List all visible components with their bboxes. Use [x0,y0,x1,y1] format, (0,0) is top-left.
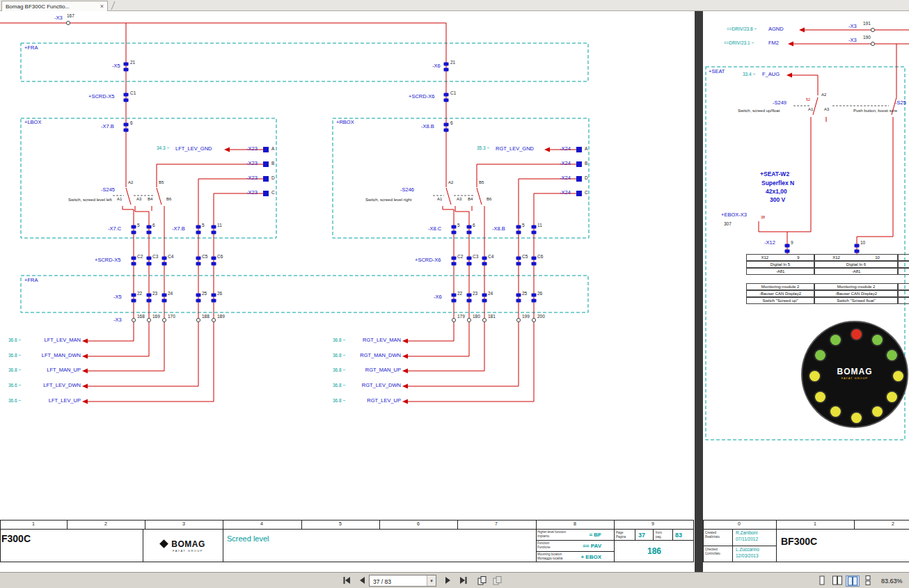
zoom-level[interactable]: 83.63% [881,578,903,585]
panel-button-yellow [815,392,825,402]
titleblock-field: FunctionFunzione == PAV [537,541,612,550]
panel-button-yellow [830,406,841,417]
model-code: BF300C [781,536,817,547]
panel-button-green [887,350,897,360]
checked-label: CheckedControllato [705,548,720,555]
single-page-view-icon [816,575,828,585]
created-by: R.Zaniboni [736,530,757,535]
doc-code-left: F300C [1,533,31,544]
previous-page-button[interactable] [356,575,368,587]
panel-button-yellow [809,371,820,381]
created-label: CreatedRealizzato [705,531,720,539]
panel-button-yellow [851,413,862,423]
panel-button-green [830,335,841,345]
panel-button-green [872,335,883,345]
panel-button-yellow [887,392,897,402]
paste-page-icon [492,575,503,586]
copy-page-button[interactable] [475,575,488,587]
drawing-number: 186 [626,546,682,556]
panel-button-yellow [872,406,883,417]
bomag-diamond-icon [159,539,168,548]
higher-level-function-value: = BF [589,532,601,538]
from-label: frompag. [656,531,662,539]
document-tab[interactable]: Bomag BF300C Functio... × [1,1,108,11]
function-value: == PAV [583,543,601,549]
facing-pages-view-button[interactable] [830,575,844,587]
titleblock-field: Higher-level functionImpianto = BF [537,530,612,539]
facing-pages-view-icon [831,575,844,585]
tab-bar: Bomag BF300C Functio... × [0,0,909,11]
checked-by: L.Zuccarino [736,547,759,552]
copy-page-icon [477,575,487,586]
single-page-view-button[interactable] [815,575,829,587]
last-page-button[interactable] [457,575,469,587]
tab-close-button[interactable]: × [100,3,104,10]
next-page-button[interactable] [441,575,454,587]
bomag-logo: BOMAG FAYAT GROUP [145,530,221,561]
book-view-icon [846,576,859,586]
tab-title: Bomag BF300C Functio... [6,3,97,10]
right-page [703,11,909,572]
control-panel-image: BOMAG FAYAT GROUP [801,321,908,428]
bomag-logo-text: BOMAG [171,539,205,549]
page-number: 37 [638,532,645,539]
first-page-button[interactable] [340,575,353,587]
continuous-view-button[interactable] [861,575,875,587]
page-number-value: 37 / 83 [373,578,391,585]
page-label: PagePagina [616,531,626,539]
pages-gap [695,11,703,572]
previous-page-icon [357,575,367,585]
bomag-logo-subtext: FAYAT GROUP [173,549,203,553]
checked-date: 12/03/2013 [736,553,759,558]
left-page [0,11,695,572]
continuous-view-icon [862,575,874,585]
next-page-icon [443,575,452,585]
mounting-location-value: + EBOX [580,554,601,560]
tab-divider [111,1,116,10]
panel-button-red [851,329,862,340]
titleblock-field: Mounting locationMontaggio località + EB… [537,552,612,562]
book-view-button[interactable] [846,575,860,587]
created-date: 07/11/2012 [736,537,758,541]
page-dropdown-arrow-icon[interactable]: ▾ [427,575,436,586]
pdf-viewer-window: -X3167+FRA-X521-X621+SCRD-X5C1+SCRD-X6C1… [0,0,909,588]
page-number-box[interactable]: 37 / 83 ▾ [369,575,436,587]
panel-button-green [815,350,825,360]
page-total: 83 [675,532,682,539]
sheet-title: Screed level [227,534,269,543]
panel-button-yellow [893,371,903,381]
first-page-icon [342,575,351,585]
last-page-icon [458,575,468,585]
bottom-toolbar: 37 / 83 ▾ 83.63% [0,572,909,588]
paste-page-button[interactable] [491,575,503,587]
